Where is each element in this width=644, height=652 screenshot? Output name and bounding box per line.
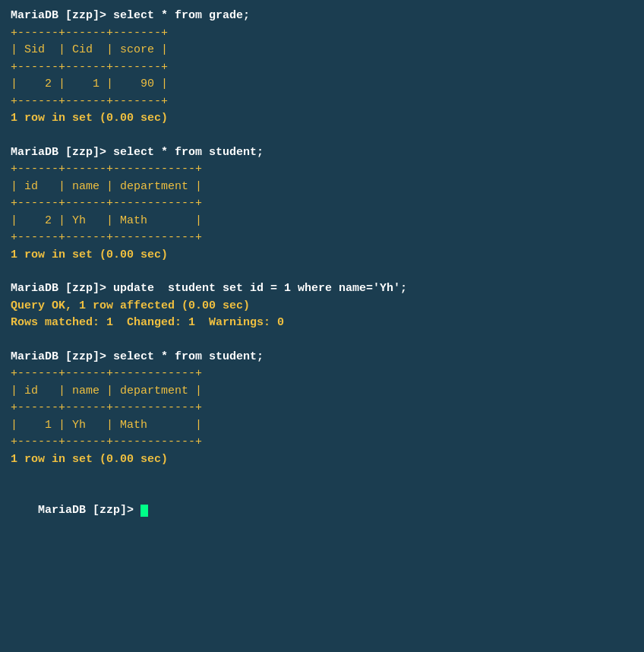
spacer: [11, 332, 633, 349]
table-border: +------+------+------------+: [11, 161, 633, 179]
table-border: +------+------+-------+: [11, 93, 633, 111]
table-header: | Sid | Cid | score |: [11, 42, 633, 59]
result-info: 1 row in set (0.00 sec): [11, 451, 633, 469]
table-border: +------+------+-------+: [11, 59, 633, 77]
prompt-text: MariaDB [zzp]>: [38, 504, 140, 517]
table-border: +------+------+------------+: [11, 195, 633, 213]
terminal-cursor: [140, 505, 148, 517]
table-header: | id | name | department |: [11, 179, 633, 196]
result-info: 1 row in set (0.00 sec): [11, 247, 633, 264]
table-border: +------+------+-------+: [11, 25, 633, 43]
table-border: +------+------+------------+: [11, 434, 633, 451]
terminal-window[interactable]: MariaDB [zzp]> select * from grade; +---…: [0, 0, 644, 652]
spacer: [11, 468, 633, 485]
command-line-4: MariaDB [zzp]> select * from student;: [11, 349, 633, 366]
spacer: [11, 264, 633, 280]
table-border: +------+------+------------+: [11, 400, 633, 417]
table-border: +------+------+------------+: [11, 229, 633, 247]
table-row: | 2 | 1 | 90 |: [11, 76, 633, 93]
table-row: | 2 | Yh | Math |: [11, 213, 633, 230]
command-line-1: MariaDB [zzp]> select * from grade;: [11, 8, 633, 25]
result-info: 1 row in set (0.00 sec): [11, 110, 633, 128]
command-line-3: MariaDB [zzp]> update student set id = 1…: [11, 280, 633, 298]
table-border: +------+------+------------+: [11, 366, 633, 383]
active-prompt-line[interactable]: MariaDB [zzp]>: [11, 485, 633, 536]
rows-matched-line: Rows matched: 1 Changed: 1 Warnings: 0: [11, 315, 633, 332]
command-line-2: MariaDB [zzp]> select * from student;: [11, 144, 633, 162]
table-row: | 1 | Yh | Math |: [11, 417, 633, 435]
spacer: [11, 128, 633, 144]
table-header: | id | name | department |: [11, 383, 633, 400]
query-ok-line: Query OK, 1 row affected (0.00 sec): [11, 298, 633, 315]
